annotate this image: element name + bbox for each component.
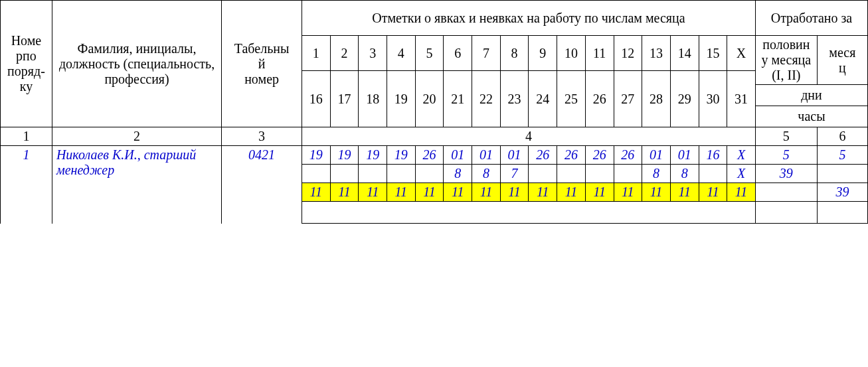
colnum-3: 3 <box>222 127 302 146</box>
header-day-18: 18 <box>359 71 387 127</box>
cell-r3-7: 11 <box>472 183 501 202</box>
cell-r1-x: X <box>727 146 756 165</box>
cell-r1-12: 26 <box>614 146 642 165</box>
header-day-15: 15 <box>699 36 727 71</box>
header-day-7: 7 <box>472 36 501 71</box>
empty-half <box>755 202 817 224</box>
header-day-22: 22 <box>472 71 501 127</box>
cell-r3-3: 11 <box>359 183 387 202</box>
cell-r2-7: 8 <box>472 165 501 183</box>
colnum-5: 5 <box>755 127 817 146</box>
colnum-1: 1 <box>1 127 52 146</box>
header-tab-no: Табельныйномер <box>222 1 302 127</box>
cell-r2-12 <box>614 165 642 183</box>
cell-name: Николаев К.И., старший менеджер <box>52 146 221 224</box>
header-day-11: 11 <box>585 36 614 71</box>
header-day-2: 2 <box>330 36 359 71</box>
cell-month-r3: 39 <box>817 183 867 202</box>
header-day-30: 30 <box>699 71 727 127</box>
cell-r1-6: 01 <box>444 146 472 165</box>
header-day-17: 17 <box>330 71 359 127</box>
cell-r2-11 <box>585 165 614 183</box>
header-day-3: 3 <box>359 36 387 71</box>
cell-r2-14: 8 <box>670 165 699 183</box>
cell-r1-3: 19 <box>359 146 387 165</box>
header-day-21: 21 <box>444 71 472 127</box>
header-day-19: 19 <box>387 71 416 127</box>
header-day-6: 6 <box>444 36 472 71</box>
header-day-25: 25 <box>557 71 586 127</box>
header-day-x: X <box>727 36 756 71</box>
header-full-name: Фамилия, инициалы, должность (специально… <box>52 1 221 127</box>
cell-r3-16: 11 <box>727 183 756 202</box>
cell-r3-1: 11 <box>302 183 330 202</box>
cell-r3-2: 11 <box>330 183 359 202</box>
cell-r2-x: X <box>727 165 756 183</box>
header-day-31: 31 <box>727 71 756 127</box>
cell-r1-14: 01 <box>670 146 699 165</box>
cell-r3-9: 11 <box>529 183 557 202</box>
header-order-no: Номерпопоряд-ку <box>1 1 52 127</box>
cell-r3-5: 11 <box>415 183 444 202</box>
cell-r1-7: 01 <box>472 146 501 165</box>
header-worked-title: Отработано за <box>755 1 867 36</box>
header-day-10: 10 <box>557 36 586 71</box>
cell-r1-2: 19 <box>330 146 359 165</box>
cell-r3-10: 11 <box>557 183 586 202</box>
header-day-26: 26 <box>585 71 614 127</box>
colnum-4: 4 <box>302 127 755 146</box>
cell-order-no: 1 <box>1 146 52 224</box>
header-day-24: 24 <box>529 71 557 127</box>
cell-r3-4: 11 <box>387 183 416 202</box>
cell-r2-9 <box>529 165 557 183</box>
header-day-20: 20 <box>415 71 444 127</box>
cell-r1-15: 16 <box>699 146 727 165</box>
header-days-hours: дни часы <box>755 85 867 127</box>
cell-r1-11: 26 <box>585 146 614 165</box>
header-day-9: 9 <box>529 36 557 71</box>
cell-r1-8: 01 <box>500 146 529 165</box>
timesheet-table: Номерпопоряд-ку Фамилия, инициалы, должн… <box>0 0 868 224</box>
cell-r2-3 <box>359 165 387 183</box>
colnum-2: 2 <box>52 127 221 146</box>
cell-half-r3 <box>755 183 817 202</box>
header-day-16: 16 <box>302 71 330 127</box>
header-day-23: 23 <box>500 71 529 127</box>
cell-month-r2 <box>817 165 867 183</box>
cell-r3-13: 11 <box>642 183 671 202</box>
header-hours-label: часы <box>756 106 867 127</box>
cell-r2-4 <box>387 165 416 183</box>
header-half-month: половину месяца(I, II) <box>755 36 817 85</box>
cell-r3-14: 11 <box>670 183 699 202</box>
cell-r2-10 <box>557 165 586 183</box>
header-month: месяц <box>817 36 867 85</box>
header-day-1: 1 <box>302 36 330 71</box>
cell-r2-1 <box>302 165 330 183</box>
header-day-14: 14 <box>670 36 699 71</box>
colnum-6: 6 <box>817 127 867 146</box>
cell-r1-5: 26 <box>415 146 444 165</box>
cell-r3-12: 11 <box>614 183 642 202</box>
cell-r3-11: 11 <box>585 183 614 202</box>
cell-r1-10: 26 <box>557 146 586 165</box>
header-days-label: дни <box>756 85 867 106</box>
cell-r2-8: 7 <box>500 165 529 183</box>
empty-month <box>817 202 867 224</box>
header-marks-title: Отметки о явках и неявках на работу по ч… <box>302 1 755 36</box>
cell-r1-1: 19 <box>302 146 330 165</box>
header-day-12: 12 <box>614 36 642 71</box>
header-day-5: 5 <box>415 36 444 71</box>
cell-r1-13: 01 <box>642 146 671 165</box>
header-day-4: 4 <box>387 36 416 71</box>
cell-r1-9: 26 <box>529 146 557 165</box>
header-day-28: 28 <box>642 71 671 127</box>
header-day-13: 13 <box>642 36 671 71</box>
cell-r2-2 <box>330 165 359 183</box>
table-row: 1 Николаев К.И., старший менеджер 0421 1… <box>1 146 868 165</box>
empty-days <box>302 202 755 224</box>
header-day-27: 27 <box>614 71 642 127</box>
cell-r1-4: 19 <box>387 146 416 165</box>
cell-r3-8: 11 <box>500 183 529 202</box>
cell-half-r1: 5 <box>755 146 817 165</box>
cell-r2-5 <box>415 165 444 183</box>
